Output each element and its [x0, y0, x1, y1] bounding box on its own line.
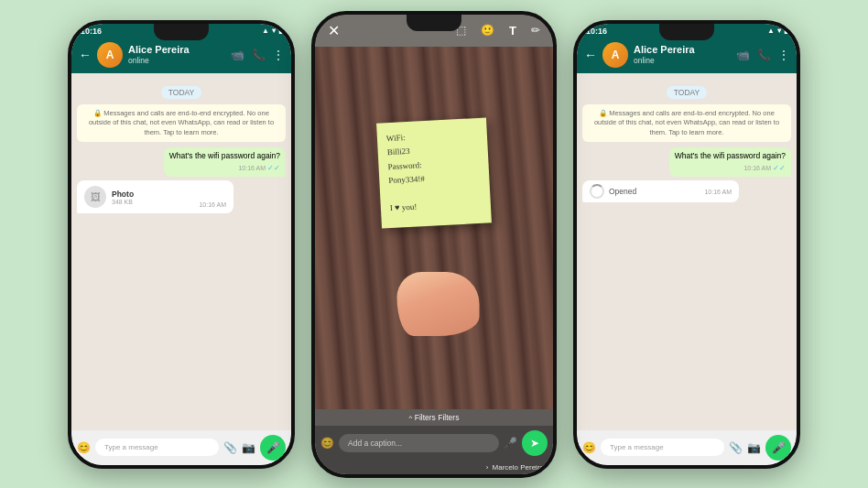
photo-label-left: Photo [112, 190, 134, 199]
mic-btn-right[interactable]: 🎤 [765, 435, 791, 461]
input-placeholder-left: Type a message [104, 443, 158, 451]
hand-image [397, 272, 480, 336]
media-header-icons: ⬚ 🙂 T ✏ [456, 24, 540, 38]
lock-icon-left: 🔒 [93, 109, 102, 117]
phone-left-inner: 10:16 ▲ ▾ ▮ ← A Alice Pereira online 📹 📞… [71, 24, 291, 465]
wa-header-right: ← A Alice Pereira online 📹 📞 ⋮ [577, 38, 797, 73]
text-icon-media[interactable]: T [509, 24, 516, 38]
contact-info-left: Alice Pereira online [128, 44, 225, 65]
image-icon-left: 🖼 [91, 191, 101, 202]
contact-status-right: online [634, 56, 731, 65]
opened-bubble-right: Opened 10:16 AM [582, 180, 739, 202]
input-placeholder-right: Type a message [610, 443, 664, 451]
contact-status-left: online [128, 56, 225, 65]
send-btn-media[interactable]: ➤ [522, 430, 548, 456]
back-button-right[interactable]: ← [584, 49, 597, 61]
input-bar-left: 😊 Type a message 📎 📷 🎤 [71, 430, 291, 465]
recipient-arrow-icon: › [486, 463, 489, 472]
avatar-left: A [97, 42, 123, 68]
emoji-btn-media[interactable]: 😊 [320, 437, 334, 450]
sent-msg-text-right: What's the wifi password again? [675, 151, 786, 160]
wa-header-left: ← A Alice Pereira online 📹 📞 ⋮ [71, 38, 291, 73]
recipient-name: Marcelo Pereira [493, 463, 544, 472]
avatar-right: A [602, 42, 628, 68]
signal-icon-left: ▲ [262, 27, 269, 35]
phone-right-inner: 10:16 ▲ ▾ ▮ ← A Alice Pereira online 📹 📞… [577, 24, 797, 465]
back-button-left[interactable]: ← [79, 49, 92, 61]
video-icon-right[interactable]: 📹 [736, 49, 750, 61]
signal-icon-right: ▲ [767, 27, 775, 35]
photo-bubble-left: 🖼 Photo 348 KB 10:16 AM [77, 180, 233, 213]
wifi-icon-right: ▾ [777, 27, 781, 35]
filters-label: Filters [415, 413, 436, 422]
encrypt-text-right: Messages and calls are end-to-end encryp… [594, 109, 779, 136]
phone-right: 10:16 ▲ ▾ ▮ ← A Alice Pereira online 📹 📞… [573, 20, 800, 469]
phones-container: 10:16 ▲ ▾ ▮ ← A Alice Pereira online 📹 📞… [0, 0, 868, 488]
header-icons-left: 📹 📞 ⋮ [231, 49, 284, 61]
contact-name-right: Alice Pereira [634, 44, 731, 56]
sent-msg-time-right: 10:16 AM ✓✓ [675, 163, 786, 173]
pen-icon-media[interactable]: ✏ [531, 24, 540, 38]
close-icon-media[interactable]: ✕ [328, 22, 340, 39]
attach-btn-right[interactable]: 📎 [729, 441, 743, 454]
voice-btn-media[interactable]: 🎤 [504, 437, 517, 450]
lock-icon-right: 🔒 [599, 109, 607, 117]
notch-left [154, 24, 209, 40]
status-time-right: 10:16 [586, 27, 607, 36]
opened-text-right: Opened [609, 187, 636, 196]
video-icon-left[interactable]: 📹 [231, 49, 244, 61]
mic-btn-left[interactable]: 🎤 [260, 435, 286, 461]
input-field-left[interactable]: Type a message [95, 439, 219, 456]
emoji-btn-right[interactable]: 😊 [582, 441, 596, 454]
tick-left: ✓✓ [267, 163, 280, 173]
filters-arrow-icon: ^ [409, 414, 413, 422]
notch-middle [407, 15, 461, 31]
status-time-left: 10:16 [81, 27, 102, 36]
wifi-icon-left: ▾ [272, 27, 276, 35]
caption-field[interactable]: Add a caption... [339, 434, 499, 452]
opened-time-right: 10:16 AM [704, 189, 732, 195]
encrypt-text-left: Messages and calls are end-to-end encryp… [89, 109, 274, 136]
phone-icon-left[interactable]: 📞 [252, 49, 266, 61]
emoji-icon-media[interactable]: 🙂 [481, 24, 494, 38]
filters-label-text: Filters [438, 413, 459, 422]
phone-middle: ✕ ⬚ 🙂 T ✏ WiFi: Billi23 Password: [311, 11, 557, 478]
sent-msg-left: What's the wifi password again? 10:16 AM… [164, 147, 286, 177]
filters-bar[interactable]: ^ Filters Filters [315, 409, 553, 426]
media-body: WiFi: Billi23 Password: Pony334!# I ♥ yo… [315, 47, 553, 409]
date-badge-left: TODAY [161, 82, 202, 99]
date-badge-right: TODAY [667, 82, 708, 99]
phone-icon-right[interactable]: 📞 [757, 49, 771, 61]
note-content: WiFi: Billi23 Password: Pony334!# I ♥ yo… [386, 127, 483, 216]
encrypt-notice-left: 🔒 Messages and calls are end-to-end encr… [77, 104, 286, 143]
battery-icon-left: ▮ [278, 27, 282, 35]
sent-msg-text-left: What's the wifi password again? [169, 151, 280, 160]
photo-icon-left: 🖼 [84, 186, 106, 208]
caption-placeholder: Add a caption... [348, 439, 402, 448]
contact-name-left: Alice Pereira [128, 44, 225, 56]
menu-icon-left[interactable]: ⋮ [273, 49, 284, 61]
chat-area-right: TODAY 🔒 Messages and calls are end-to-en… [577, 73, 797, 430]
recipient-bar: › Marcelo Pereira [315, 461, 553, 474]
sent-msg-time-left: 10:16 AM ✓✓ [169, 163, 280, 173]
sticky-note: WiFi: Billi23 Password: Pony334!# I ♥ yo… [376, 118, 492, 229]
battery-icon-right: ▮ [784, 27, 787, 35]
photo-time-left: 10:16 AM [199, 201, 226, 208]
chat-area-left: TODAY 🔒 Messages and calls are end-to-en… [71, 73, 291, 430]
input-field-right[interactable]: Type a message [601, 439, 724, 456]
attach-btn-left[interactable]: 📎 [223, 441, 237, 454]
encrypt-notice-right: 🔒 Messages and calls are end-to-end encr… [582, 104, 791, 143]
photo-info-left: Photo 348 KB [112, 190, 134, 205]
photo-size-left: 348 KB [112, 199, 134, 205]
tick-right: ✓✓ [773, 163, 786, 173]
phone-left: 10:16 ▲ ▾ ▮ ← A Alice Pereira online 📹 📞… [68, 20, 295, 469]
camera-btn-left[interactable]: 📷 [242, 441, 255, 454]
menu-icon-right[interactable]: ⋮ [778, 49, 789, 61]
phone-middle-inner: ✕ ⬚ 🙂 T ✏ WiFi: Billi23 Password: [315, 15, 553, 474]
emoji-btn-left[interactable]: 😊 [77, 441, 91, 454]
input-bar-right: 😊 Type a message 📎 📷 🎤 [577, 430, 797, 465]
sent-msg-right: What's the wifi password again? 10:16 AM… [669, 147, 791, 177]
notch-right [659, 24, 714, 40]
camera-btn-right[interactable]: 📷 [747, 441, 761, 454]
header-icons-right: 📹 📞 ⋮ [736, 49, 789, 61]
